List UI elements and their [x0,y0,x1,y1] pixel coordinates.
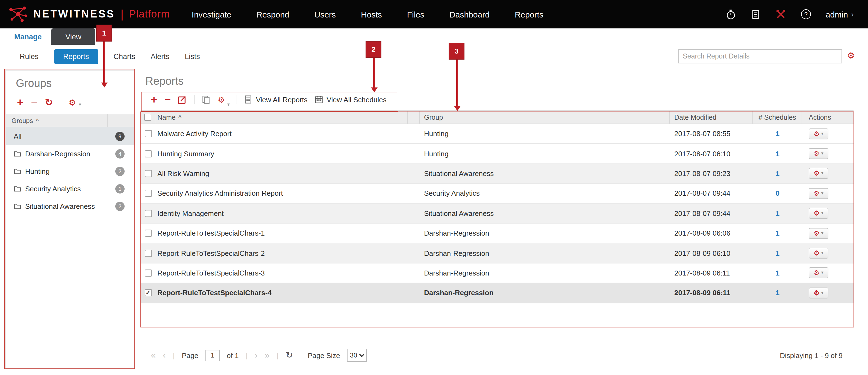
copy-report-icon[interactable] [202,95,211,104]
refresh-table-button[interactable]: ↻ [285,351,293,360]
add-report-button[interactable]: + [151,94,157,105]
add-group-button[interactable]: + [17,97,23,108]
journal-icon[interactable] [751,9,761,20]
reports-panel: Reports + − ⚙ ▾ [141,69,854,367]
nav-investigate[interactable]: Investigate [192,9,231,19]
brand-name: NETWITNESS [33,8,115,20]
column-header-schedules[interactable]: # Schedules [753,111,802,123]
group-count-badge: 2 [115,167,125,176]
schedule-count-link[interactable]: 1 [776,269,779,277]
row-checkbox[interactable] [145,130,152,137]
nav-files[interactable]: Files [407,9,424,19]
view-all-reports-button[interactable]: View All Reports [245,95,308,104]
tab-view[interactable]: View [52,28,95,45]
row-checkbox[interactable] [145,269,152,277]
report-row[interactable]: Report-RuleToTestSpecialChars-3Darshan-R… [141,263,854,283]
nav-reports[interactable]: Reports [515,9,544,19]
column-header-name[interactable]: Name ^ [155,111,408,123]
row-actions-button[interactable]: ⚙▾ [809,208,828,219]
schedule-count-link[interactable]: 1 [776,229,779,237]
row-actions-button[interactable]: ⚙▾ [809,128,828,139]
row-checkbox[interactable] [145,230,152,237]
chevron-right-icon: › [851,10,854,19]
tools-icon[interactable] [775,9,786,20]
group-item[interactable]: Darshan-Regression4 [6,145,134,162]
schedule-count-link[interactable]: 1 [776,170,779,178]
brand: NETWITNESS | Platform [0,5,170,23]
gear-icon: ⚙ [814,190,819,197]
schedule-count-link[interactable]: 0 [776,190,779,198]
annotation-arrowhead-3 [454,106,460,111]
column-header-actions[interactable]: Actions [802,111,854,123]
column-header-date-modified[interactable]: Date Modified [670,111,753,123]
first-page-button[interactable]: « [151,351,156,360]
row-checkbox[interactable] [145,210,152,217]
group-item[interactable]: Security Analytics1 [6,180,134,197]
view-all-schedules-button[interactable]: View All Schedules [315,95,386,104]
schedule-count-link[interactable]: 1 [776,149,779,158]
report-row[interactable]: ✓Report-RuleToTestSpecialChars-4Darshan-… [141,283,854,303]
subnav-charts[interactable]: Charts [114,53,135,61]
report-row[interactable]: Malware Activity ReportHunting2017-08-07… [141,124,854,144]
groups-column-header[interactable]: Groups ^ [6,114,134,127]
row-actions-button[interactable]: ⚙▾ [809,168,828,179]
schedule-count-link[interactable]: 1 [776,249,779,257]
row-checkbox[interactable] [145,170,152,177]
groups-settings-gear-button[interactable]: ⚙ [69,98,76,106]
select-all-checkbox[interactable] [144,114,151,121]
group-item[interactable]: Situational Awareness2 [6,197,134,215]
reports-settings-gear-button[interactable]: ⚙ [218,95,225,104]
subnav-reports[interactable]: Reports [54,49,98,64]
row-actions-button[interactable]: ⚙▾ [809,188,828,199]
row-checkbox[interactable] [145,250,152,257]
report-name: Report-RuleToTestSpecialChars-4 [155,289,408,297]
row-checkbox[interactable] [145,190,152,197]
search-input[interactable] [678,49,842,63]
page-size-select[interactable]: 30 [347,349,367,362]
row-actions-button[interactable]: ⚙▾ [809,288,828,298]
subnav-lists[interactable]: Lists [185,53,200,61]
user-menu[interactable]: admin › [826,9,854,19]
topbar-right-controls: ? admin › [726,9,868,20]
schedule-count-link[interactable]: 1 [776,209,779,218]
edit-report-button[interactable] [178,95,187,104]
nav-dashboard[interactable]: Dashboard [450,9,490,19]
delete-group-button[interactable]: − [31,97,37,108]
previous-page-button[interactable]: ‹ [163,351,166,360]
nav-respond[interactable]: Respond [256,9,289,19]
group-item[interactable]: All9 [6,127,134,145]
next-page-button[interactable]: › [255,351,258,360]
report-name: Security Analytics Administration Report [155,190,408,198]
report-name: Identity Management [155,209,408,218]
nav-hosts[interactable]: Hosts [361,9,382,19]
page-number-input[interactable] [206,350,220,361]
report-row[interactable]: Hunting SummaryHunting2017-08-07 06:101⚙… [141,144,854,164]
help-icon[interactable]: ? [801,9,811,19]
row-actions-button[interactable]: ⚙▾ [809,267,828,279]
subnav-rules[interactable]: Rules [20,53,38,61]
group-item[interactable]: Hunting2 [6,162,134,180]
column-header-group[interactable]: Group [420,111,670,123]
row-actions-button[interactable]: ⚙▾ [809,148,828,159]
delete-report-button[interactable]: − [164,94,170,105]
last-page-button[interactable]: » [265,351,270,360]
row-actions-button[interactable]: ⚙▾ [809,228,828,239]
subnav-alerts[interactable]: Alerts [151,53,169,61]
refresh-groups-button[interactable]: ↻ [45,97,53,107]
row-checkbox[interactable] [145,150,152,157]
report-row[interactable]: Security Analytics Administration Report… [141,184,854,204]
search-settings-gear-icon[interactable]: ⚙ [847,51,855,60]
report-row[interactable]: Report-RuleToTestSpecialChars-1Darshan-R… [141,224,854,243]
report-row[interactable]: All Risk WarningSituational Awareness201… [141,164,854,184]
schedule-count-link[interactable]: 1 [776,129,779,138]
report-row[interactable]: Identity ManagementSituational Awareness… [141,204,854,224]
group-label: All [14,132,22,140]
row-actions-button[interactable]: ⚙▾ [809,248,828,259]
chevron-down-icon: ▾ [821,191,824,196]
row-checkbox[interactable]: ✓ [145,289,152,296]
schedule-count-link[interactable]: 1 [776,289,779,297]
tab-manage[interactable]: Manage [4,28,52,45]
report-row[interactable]: Report-RuleToTestSpecialChars-2Darshan-R… [141,243,854,263]
timer-icon[interactable] [726,9,736,20]
nav-users[interactable]: Users [314,9,336,19]
